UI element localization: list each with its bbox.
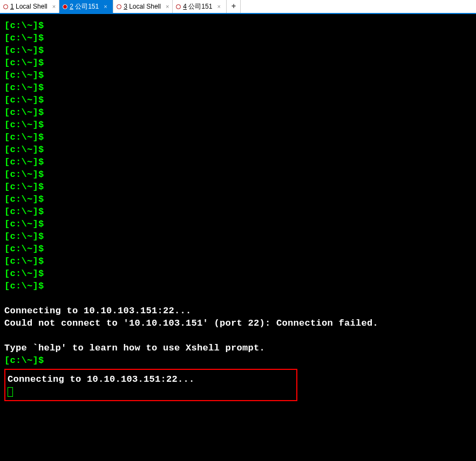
prompt-line: [c:\~]$ bbox=[4, 69, 472, 81]
prompt-line: [c:\~]$ bbox=[4, 94, 472, 106]
prompt-line: [c:\~]$ bbox=[4, 32, 472, 44]
tab-2[interactable]: 2 公司151× bbox=[59, 0, 113, 13]
prompt-line: [c:\~]$ bbox=[4, 44, 472, 57]
add-tab-button[interactable]: + bbox=[227, 0, 241, 13]
close-icon[interactable]: × bbox=[103, 3, 108, 10]
prompt-line: [c:\~]$ bbox=[4, 119, 472, 131]
prompt-line: [c:\~]$ bbox=[4, 156, 472, 168]
tab-label: 2 公司151 bbox=[70, 2, 99, 11]
terminal-area[interactable]: [c:\~]$[c:\~]$[c:\~]$[c:\~]$[c:\~]$[c:\~… bbox=[0, 14, 476, 405]
prompt-line: [c:\~]$ bbox=[4, 255, 472, 267]
tab-4[interactable]: 4 公司151× bbox=[173, 0, 227, 13]
blank-line bbox=[4, 329, 472, 342]
connecting-message: Connecting to 10.10.103.151:22... bbox=[4, 305, 472, 317]
prompt-line: [c:\~]$ bbox=[4, 57, 472, 69]
tab-bar: 1 Local Shell×2 公司151×3 Local Shell×4 公司… bbox=[0, 0, 476, 14]
close-icon[interactable]: × bbox=[165, 3, 170, 10]
tab-label: 1 Local Shell bbox=[10, 3, 47, 10]
prompt-line: [c:\~]$ bbox=[4, 205, 472, 218]
prompt-line: [c:\~]$ bbox=[4, 131, 472, 143]
status-dot-icon bbox=[63, 4, 67, 9]
status-dot-icon bbox=[117, 4, 121, 9]
status-dot-icon bbox=[176, 4, 181, 9]
close-icon[interactable]: × bbox=[216, 3, 221, 10]
highlight-box: Connecting to 10.10.103.151:22... bbox=[4, 369, 297, 401]
status-dot-icon bbox=[3, 4, 8, 9]
prompt-line: [c:\~]$ bbox=[4, 143, 472, 156]
connection-failed-message: Could not connect to '10.10.103.151' (po… bbox=[4, 317, 472, 329]
prompt-line: [c:\~]$ bbox=[4, 230, 472, 243]
blank-line bbox=[4, 292, 472, 305]
tab-1[interactable]: 1 Local Shell× bbox=[0, 0, 59, 13]
tab-label: 4 公司151 bbox=[183, 2, 212, 11]
help-message: Type `help' to learn how to use Xshell p… bbox=[4, 342, 472, 354]
prompt-line: [c:\~]$ bbox=[4, 280, 472, 292]
cursor-line bbox=[8, 386, 294, 398]
tab-bar-rest bbox=[241, 0, 476, 13]
prompt-line: [c:\~]$ bbox=[4, 193, 472, 205]
tab-3[interactable]: 3 Local Shell× bbox=[113, 0, 173, 13]
cursor-icon bbox=[8, 387, 13, 397]
prompt-line: [c:\~]$ bbox=[4, 168, 472, 181]
prompt-line: [c:\~]$ bbox=[4, 106, 472, 119]
prompt-line: [c:\~]$ bbox=[4, 19, 472, 32]
prompt-line: [c:\~]$ bbox=[4, 267, 472, 280]
close-icon[interactable]: × bbox=[51, 3, 57, 10]
tab-label: 3 Local Shell bbox=[124, 3, 161, 10]
prompt-line: [c:\~]$ bbox=[4, 354, 472, 367]
prompt-line: [c:\~]$ bbox=[4, 181, 472, 193]
boxed-connecting-message: Connecting to 10.10.103.151:22... bbox=[8, 373, 294, 386]
prompt-line: [c:\~]$ bbox=[4, 218, 472, 230]
prompt-line: [c:\~]$ bbox=[4, 243, 472, 255]
prompt-line: [c:\~]$ bbox=[4, 81, 472, 94]
